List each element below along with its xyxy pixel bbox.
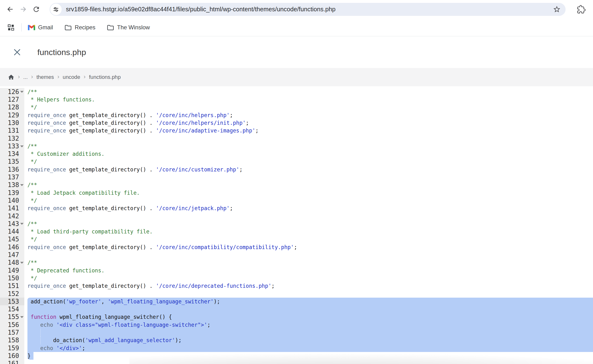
line-number[interactable]: 141 (0, 204, 24, 212)
code-line[interactable]: 140 */ (0, 197, 593, 204)
code-line[interactable]: 159 echo '</div>'; (0, 344, 593, 352)
apps-grid-button[interactable] (6, 22, 16, 32)
code-text[interactable] (24, 290, 593, 298)
code-line[interactable]: 150 */ (0, 274, 593, 282)
code-line[interactable]: 161 (0, 360, 593, 364)
line-number[interactable]: 133 (0, 142, 24, 150)
code-text[interactable] (24, 251, 593, 259)
code-text[interactable]: require_once get_template_directory() . … (24, 127, 593, 134)
close-button[interactable] (12, 46, 23, 58)
line-number[interactable]: 159 (0, 344, 24, 352)
line-number[interactable]: 143 (0, 220, 24, 228)
line-number[interactable]: 134 (0, 150, 24, 158)
line-number[interactable]: 129 (0, 111, 24, 119)
line-number[interactable]: 135 (0, 158, 24, 165)
line-number[interactable]: 160 (0, 352, 24, 360)
code-line[interactable]: 138/** (0, 181, 593, 189)
line-number[interactable]: 154 (0, 305, 24, 313)
line-number[interactable]: 148 (0, 259, 24, 266)
code-text[interactable]: require_once get_template_directory() . … (24, 204, 593, 212)
fold-arrow-icon[interactable] (20, 145, 24, 147)
line-number[interactable]: 150 (0, 274, 24, 282)
line-number[interactable]: 146 (0, 243, 24, 251)
code-text[interactable]: */ (24, 103, 593, 111)
line-number[interactable]: 132 (0, 135, 24, 142)
code-text[interactable]: * Helpers functions. (24, 96, 593, 103)
code-text[interactable] (24, 360, 593, 364)
code-line[interactable]: 146require_once get_template_directory()… (0, 243, 593, 251)
code-text[interactable] (24, 305, 593, 313)
line-number[interactable]: 128 (0, 103, 24, 111)
line-number[interactable]: 156 (0, 321, 24, 329)
code-line[interactable]: 128 */ (0, 103, 593, 111)
line-number[interactable]: 158 (0, 336, 24, 344)
code-text[interactable]: /** (24, 220, 593, 228)
code-text[interactable]: */ (24, 274, 593, 282)
line-number[interactable]: 127 (0, 96, 24, 103)
line-number[interactable]: 142 (0, 212, 24, 220)
code-line[interactable]: 134 * Customizer additions. (0, 150, 593, 158)
address-bar[interactable]: srv1859-files.hstgr.io/a59e02df8ac44f41/… (50, 3, 566, 16)
bookmark-the-winslow[interactable]: The Winslow (107, 24, 150, 31)
code-line[interactable]: 141require_once get_template_directory()… (0, 204, 593, 212)
code-line[interactable]: 132 (0, 135, 593, 142)
code-text[interactable]: require_once get_template_directory() . … (24, 282, 593, 290)
code-area[interactable]: 126/**127 * Helpers functions.128 */129r… (0, 86, 593, 364)
line-number[interactable]: 155 (0, 313, 24, 321)
line-number[interactable]: 149 (0, 267, 24, 274)
code-line[interactable]: 137 (0, 173, 593, 181)
code-line[interactable]: 127 * Helpers functions. (0, 96, 593, 103)
code-text[interactable]: */ (24, 197, 593, 204)
line-number[interactable]: 140 (0, 197, 24, 204)
url-text[interactable]: srv1859-files.hstgr.io/a59e02df8ac44f41/… (66, 6, 551, 13)
line-number[interactable]: 126 (0, 88, 24, 96)
forward-button[interactable] (17, 3, 30, 16)
line-number[interactable]: 139 (0, 189, 24, 197)
code-text[interactable]: require_once get_template_directory() . … (24, 119, 593, 127)
code-text[interactable] (24, 212, 593, 220)
breadcrumb-themes[interactable]: themes (36, 74, 54, 80)
bookmark-recipes[interactable]: Recipes (65, 24, 96, 31)
code-text[interactable]: add_action('wp_footer', 'wpml_floating_l… (24, 298, 593, 305)
code-line[interactable]: 129require_once get_template_directory()… (0, 111, 593, 119)
code-text[interactable]: } (24, 352, 593, 360)
code-line[interactable]: 142 (0, 212, 593, 220)
code-line[interactable]: 147 (0, 251, 593, 259)
code-line[interactable]: 158 do_action('wpml_add_language_selecto… (0, 336, 593, 344)
line-number[interactable]: 145 (0, 235, 24, 243)
reload-button[interactable] (30, 3, 43, 16)
code-text[interactable]: require_once get_template_directory() . … (24, 111, 593, 119)
code-text[interactable] (24, 329, 593, 336)
line-number[interactable]: 131 (0, 127, 24, 134)
code-line[interactable]: 155 function wpml_floating_language_swit… (0, 313, 593, 321)
code-text[interactable]: * Deprecated functions. (24, 267, 593, 274)
breadcrumb-uncode[interactable]: uncode (63, 74, 80, 80)
code-text[interactable]: */ (24, 235, 593, 243)
line-number[interactable]: 161 (0, 360, 24, 364)
code-text[interactable]: function wpml_floating_language_switcher… (24, 313, 593, 321)
fold-arrow-icon[interactable] (20, 223, 24, 225)
code-line[interactable]: 149 * Deprecated functions. (0, 267, 593, 274)
fold-arrow-icon[interactable] (20, 91, 24, 93)
bookmark-star-icon[interactable] (551, 4, 563, 15)
line-number[interactable]: 137 (0, 173, 24, 181)
code-text[interactable] (24, 135, 593, 142)
code-line[interactable]: 131require_once get_template_directory()… (0, 127, 593, 134)
code-text[interactable]: echo '</div>'; (24, 344, 593, 352)
code-text[interactable]: * Customizer additions. (24, 150, 593, 158)
code-line[interactable]: 157 (0, 329, 593, 336)
code-line[interactable]: 133/** (0, 142, 593, 150)
code-text[interactable]: /** (24, 181, 593, 189)
code-line[interactable]: 148/** (0, 259, 593, 266)
breadcrumb-current-file[interactable]: functions.php (89, 74, 121, 80)
line-number[interactable]: 144 (0, 228, 24, 235)
code-line[interactable]: 144 * Load third-party compatibility fil… (0, 228, 593, 235)
code-text[interactable]: require_once get_template_directory() . … (24, 166, 593, 173)
code-line[interactable]: 126/** (0, 88, 593, 96)
breadcrumb-ellipsis[interactable]: ... (23, 74, 28, 80)
code-text[interactable]: require_once get_template_directory() . … (24, 243, 593, 251)
site-settings-button[interactable] (50, 4, 62, 15)
code-line[interactable]: 153 add_action('wp_footer', 'wpml_floati… (0, 298, 593, 305)
code-line[interactable]: 145 */ (0, 235, 593, 243)
line-number[interactable]: 157 (0, 329, 24, 336)
